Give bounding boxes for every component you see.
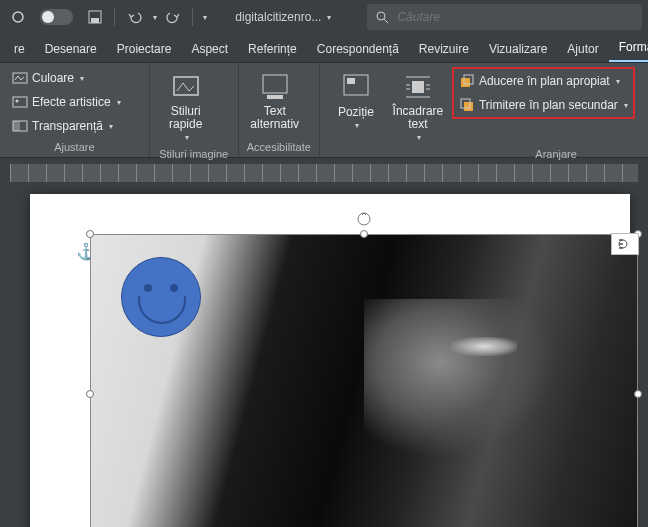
transparenta-button[interactable]: Transparență▾: [8, 115, 125, 137]
tab-referinte[interactable]: Referințe: [238, 36, 307, 62]
svg-rect-17: [464, 102, 473, 111]
svg-rect-10: [263, 75, 287, 93]
rotate-handle[interactable]: [356, 211, 372, 227]
svg-point-3: [377, 12, 385, 20]
color-icon: [12, 70, 28, 86]
trimitere-button[interactable]: Trimitere în plan secundar▾: [455, 94, 632, 116]
efecte-button[interactable]: Efecte artistice▾: [8, 91, 125, 113]
svg-rect-2: [91, 18, 99, 23]
svg-point-21: [358, 213, 370, 225]
inserted-photo[interactable]: [91, 235, 637, 527]
qat-more-icon[interactable]: ▾: [203, 13, 207, 22]
group-label-stiluri: Stiluri imagine: [158, 146, 230, 160]
svg-rect-13: [347, 78, 355, 84]
effects-icon: [12, 94, 28, 110]
resize-handle[interactable]: [634, 390, 642, 398]
mini-buttons-1[interactable]: [131, 67, 141, 77]
culoare-button[interactable]: Culoare▾: [8, 67, 125, 89]
styles-icon: [170, 71, 202, 103]
group-stiluri: Stiluri rapide▾ Stiluri imagine: [150, 63, 239, 157]
group-ajustare: Culoare▾ Efecte artistice▾ Transparență▾…: [0, 63, 150, 157]
svg-rect-5: [13, 97, 27, 107]
position-icon: [340, 71, 372, 103]
horizontal-ruler[interactable]: [10, 164, 638, 182]
tab-desenare[interactable]: Desenare: [35, 36, 107, 62]
wrap-icon: [402, 71, 434, 103]
search-box[interactable]: [367, 4, 642, 30]
group-label-acces: Accesibilitate: [247, 139, 311, 153]
group-label-ajustare: Ajustare: [8, 139, 141, 153]
search-input[interactable]: [397, 10, 634, 24]
tab-vizualizare[interactable]: Vizualizare: [479, 36, 557, 62]
document-area: ⚓: [0, 182, 648, 527]
smiley-shape[interactable]: [121, 257, 201, 337]
svg-rect-14: [412, 81, 424, 93]
transparency-icon: [12, 118, 28, 134]
incadrare-button[interactable]: Încadrare text▾: [390, 67, 446, 146]
pozitie-button[interactable]: Poziție▾: [328, 67, 384, 134]
aducere-button[interactable]: Aducere în plan apropiat▾: [455, 70, 632, 92]
svg-rect-9: [174, 77, 198, 95]
svg-point-6: [16, 100, 19, 103]
document-title: digitalcitizenro...: [235, 10, 321, 24]
text-alternativ-button[interactable]: Text alternativ: [247, 67, 303, 135]
redo-icon[interactable]: [161, 5, 185, 29]
group-accesibilitate: Text alternativ Accesibilitate: [239, 63, 320, 157]
undo-chevron-icon[interactable]: ▾: [153, 13, 157, 22]
undo-icon[interactable]: [123, 5, 147, 29]
resize-handle[interactable]: [360, 230, 368, 238]
resize-handle[interactable]: [86, 390, 94, 398]
tab-proiectare[interactable]: Proiectare: [107, 36, 182, 62]
tab-0[interactable]: re: [4, 36, 35, 62]
layout-options-button[interactable]: [611, 233, 639, 255]
title-bar: ▾ ▾ digitalcitizenro... ▾: [0, 0, 648, 34]
autosave-icon: [6, 5, 30, 29]
image-selection[interactable]: [90, 234, 638, 527]
group-label-aranjare: Aranjare: [328, 146, 648, 160]
page[interactable]: ⚓: [30, 194, 630, 527]
ribbon-tabs: re Desenare Proiectare Aspect Referințe …: [0, 34, 648, 62]
mini-buttons-2[interactable]: [220, 67, 230, 77]
save-icon[interactable]: [83, 5, 107, 29]
svg-point-0: [13, 12, 23, 22]
svg-rect-11: [267, 95, 283, 99]
stiluri-rapide-button[interactable]: Stiluri rapide▾: [158, 67, 214, 146]
search-icon: [375, 10, 389, 24]
resize-handle[interactable]: [86, 230, 94, 238]
highlighted-area: Aducere în plan apropiat▾ Trimitere în p…: [452, 67, 635, 119]
alt-text-icon: [259, 71, 291, 103]
tab-aspect[interactable]: Aspect: [181, 36, 238, 62]
tab-revizuire[interactable]: Revizuire: [409, 36, 479, 62]
autosave-toggle[interactable]: [40, 9, 73, 25]
doc-title-chevron-icon[interactable]: ▾: [327, 13, 331, 22]
svg-rect-15: [461, 78, 470, 87]
bring-forward-icon: [459, 73, 475, 89]
ribbon: Culoare▾ Efecte artistice▾ Transparență▾…: [0, 62, 648, 158]
tab-corespondenta[interactable]: Corespondență: [307, 36, 409, 62]
tab-format-imagine[interactable]: Format imagine: [609, 34, 648, 62]
tab-ajutor[interactable]: Ajutor: [557, 36, 608, 62]
send-backward-icon: [459, 97, 475, 113]
group-aranjare: Poziție▾ Încadrare text▾ Aducere în plan…: [320, 63, 648, 157]
svg-rect-8: [13, 121, 20, 131]
